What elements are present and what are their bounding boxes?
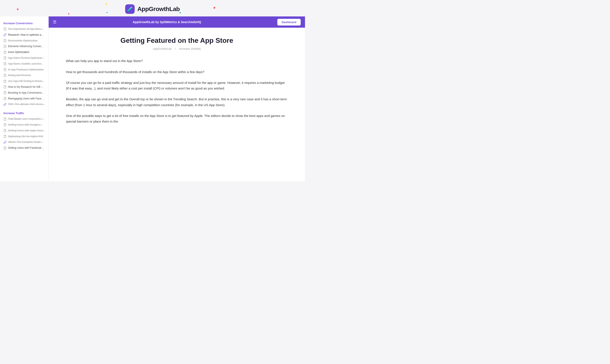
top-header: 🧪 AppGrowthLab: [0, 0, 305, 16]
sidebar-item[interactable]: Screenshots Optimization: [0, 38, 48, 44]
sidebar-item-label: Elements Influencing Conver...: [8, 45, 43, 48]
article-paragraph: One of the possible ways to get a lot of…: [66, 113, 288, 125]
sidebar-item[interactable]: PDF: The ultimate ASO check...: [0, 101, 48, 107]
sidebar-item-label: Icons Optimization: [8, 50, 29, 54]
link-icon: [3, 33, 6, 36]
sidebar-item-label: How to Do Research for A/B ...: [8, 85, 43, 89]
main-container: Increase Conversions The Importance of A…: [0, 16, 305, 181]
sidebar-section1-items: The Importance of App Store...Research: …: [0, 26, 48, 107]
sidebar-item-label: Use App A/B Testing to Boost...: [8, 79, 44, 83]
doc-icon: [3, 39, 6, 42]
sidebar: Increase Conversions The Importance of A…: [0, 16, 49, 181]
article-title: Getting Featured on the App Store: [66, 36, 288, 45]
nav-title: AppGrowthLab by SplitMetrics & SearchAds…: [133, 20, 201, 24]
article-paragraph: Besides, the app can go viral and get to…: [66, 96, 288, 108]
nav-title-by: by: [156, 20, 160, 24]
sidebar-section2-items: Paid Mobile User Acquisition-...Getting …: [0, 116, 48, 151]
doc-icon: [3, 91, 6, 94]
sidebar-section-increase-conversions: Increase Conversions: [0, 20, 48, 26]
sidebar-item-label: Screenshots Optimization: [8, 39, 38, 43]
sidebar-item-label: App Name, Subtitle, and Desc...: [8, 62, 45, 66]
sidebar-item[interactable]: App Name, Subtitle, and Desc...: [0, 61, 48, 67]
doc-icon: [3, 117, 6, 121]
content-area: ☰ AppGrowthLab by SplitMetrics & SearchA…: [49, 16, 305, 181]
sidebar-item[interactable]: Use App A/B Testing to Boost...: [0, 78, 48, 84]
doc-icon: [3, 51, 6, 54]
doc-icon: [3, 56, 6, 59]
sidebar-item[interactable]: Optimizing ASA for Higher ROI: [0, 134, 48, 139]
nav-title-partner: SplitMetrics & SearchAdsHQ: [160, 20, 201, 24]
sidebar-item-label: In-App Purchases Optimization: [8, 68, 44, 72]
sidebar-item-label: Getting Users with Apple Sear...: [8, 129, 45, 132]
menu-icon[interactable]: ☰: [53, 20, 56, 25]
doc-icon: [3, 68, 6, 71]
sidebar-item[interactable]: App Video Preview Optimizat...: [0, 55, 48, 61]
doc-icon: [3, 123, 6, 126]
sidebar-item[interactable]: Elements Influencing Conver...: [0, 43, 48, 49]
article-paragraph: What can help you app to stand out in th…: [66, 58, 288, 64]
breadcrumb-section: Increase Visibility: [179, 47, 201, 50]
sidebar-item-label: App Video Preview Optimizat...: [8, 56, 44, 60]
link-icon: [3, 103, 6, 106]
breadcrumb: AppGrowthLab / Increase Visibility: [66, 47, 288, 50]
dashboard-button[interactable]: Dashboard: [277, 19, 301, 26]
sidebar-item-label: Boosting In-App Conversions...: [8, 91, 44, 95]
doc-icon: [3, 135, 6, 138]
sidebar-item[interactable]: Icons Optimization: [0, 49, 48, 55]
sidebar-item[interactable]: Getting Users with Google's...: [0, 122, 48, 128]
sidebar-item-label: Reengaging Users with Faceb...: [8, 97, 45, 101]
link-icon: [3, 141, 6, 144]
app-logo-icon: 🧪: [125, 4, 135, 14]
sidebar-item-label: Rating and Reviews: [8, 74, 31, 77]
sidebar-item[interactable]: The Importance of App Store...: [0, 26, 48, 32]
breadcrumb-sep: /: [175, 47, 176, 50]
sidebar-item-label: PDF: The ultimate ASO check...: [8, 103, 45, 106]
doc-icon: [3, 62, 6, 65]
doc-icon: [3, 74, 6, 77]
sidebar-item[interactable]: Getting Users with Apple Sear...: [0, 128, 48, 134]
sidebar-item-label: Research: How to optimize a...: [8, 33, 43, 37]
article-content: Getting Featured on the App Store AppGro…: [49, 28, 305, 181]
sidebar-item[interactable]: Reengaging Users with Faceb...: [0, 96, 48, 102]
sidebar-item-label: eBook: The Complete Guide...: [8, 140, 43, 144]
sidebar-item[interactable]: How to Do Research for A/B ...: [0, 84, 48, 90]
doc-icon: [3, 27, 6, 30]
sidebar-item-label: Paid Mobile User Acquisition-...: [8, 117, 44, 121]
doc-icon: [3, 45, 6, 48]
article-paragraph: How to get thousands and hundreds of tho…: [66, 69, 288, 75]
sidebar-item-label: Getting Users with Google's...: [8, 123, 42, 127]
sidebar-item[interactable]: Research: How to optimize a...: [0, 32, 48, 38]
sidebar-item[interactable]: eBook: The Complete Guide...: [0, 139, 48, 145]
sidebar-item-label: Getting Users with Facebook...: [8, 146, 43, 150]
doc-icon: [3, 129, 6, 132]
sidebar-item[interactable]: In-App Purchases Optimization: [0, 67, 48, 73]
article-body: What can help you app to stand out in th…: [66, 58, 288, 124]
sidebar-item[interactable]: Getting Users with Facebook...: [0, 145, 48, 151]
doc-icon: [3, 85, 6, 88]
nav-title-brand: AppGrowthLab: [133, 20, 155, 24]
article-paragraph: Of course you can go for a paid traffic …: [66, 80, 288, 91]
sidebar-item[interactable]: Rating and Reviews: [0, 72, 48, 78]
logo-container: 🧪 AppGrowthLab: [125, 4, 180, 14]
sidebar-item[interactable]: Boosting In-App Conversions...: [0, 90, 48, 96]
doc-icon: [3, 80, 6, 83]
nav-bar: ☰ AppGrowthLab by SplitMetrics & SearchA…: [49, 16, 305, 28]
breadcrumb-home: AppGrowthLab: [153, 47, 172, 50]
sidebar-item-label: The Importance of App Store...: [8, 27, 43, 31]
doc-icon: [3, 97, 6, 100]
app-logo-text: AppGrowthLab: [137, 6, 180, 13]
doc-icon: [3, 146, 6, 150]
sidebar-item-label: Optimizing ASA for Higher ROI: [8, 135, 43, 138]
sidebar-section-increase-traffic: Increase Traffic: [0, 110, 48, 116]
sidebar-item[interactable]: Paid Mobile User Acquisition-...: [0, 116, 48, 122]
